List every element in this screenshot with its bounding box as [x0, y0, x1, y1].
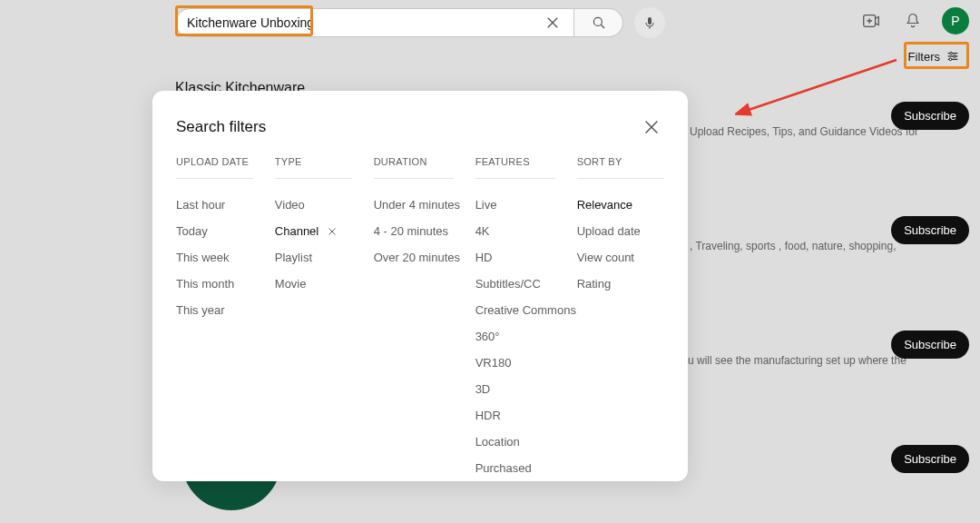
voice-search-button[interactable] — [634, 7, 665, 38]
filter-option-relevance[interactable]: Relevance — [577, 192, 664, 218]
subscribe-button[interactable]: Subscribe — [891, 331, 969, 359]
close-icon — [642, 117, 662, 137]
filter-option-last-hour[interactable]: Last hour — [176, 192, 253, 218]
filter-option-4-20[interactable]: 4 - 20 minutes — [374, 218, 454, 244]
top-right-actions: P — [858, 7, 969, 35]
filter-columns: UPLOAD DATE Last hour Today This week Th… — [176, 156, 664, 481]
filter-option-location[interactable]: Location — [475, 429, 555, 455]
bell-icon — [904, 12, 922, 30]
filter-option-upload-date[interactable]: Upload date — [577, 218, 664, 244]
search-box[interactable] — [175, 8, 574, 37]
dialog-header: Search filters — [176, 114, 664, 140]
svg-point-10 — [949, 58, 952, 61]
close-button[interactable] — [639, 114, 664, 140]
col-header: SORT BY — [577, 156, 664, 179]
filter-option-channel[interactable]: Channel — [275, 218, 352, 244]
search-input[interactable] — [187, 15, 542, 30]
col-header: TYPE — [275, 156, 352, 179]
filter-option-360[interactable]: 360° — [475, 323, 555, 350]
filter-option-today[interactable]: Today — [176, 218, 253, 244]
filters-button[interactable]: Filters — [899, 44, 969, 69]
result-snippet: , Traveling, sports , food, nature, shop… — [690, 240, 896, 252]
filter-option-movie[interactable]: Movie — [275, 271, 352, 297]
filter-option-over-20[interactable]: Over 20 minutes — [374, 244, 454, 271]
result-snippet: u will see the manufacturing set up wher… — [688, 354, 906, 367]
svg-point-8 — [950, 52, 953, 54]
filter-option-vr180[interactable]: VR180 — [475, 350, 555, 376]
col-header: DURATION — [374, 156, 454, 179]
filter-option-view-count[interactable]: View count — [577, 244, 664, 271]
filter-option-3d[interactable]: 3D — [475, 376, 555, 402]
filter-option-subtitles[interactable]: Subtitles/CC — [475, 271, 555, 297]
filter-option-live[interactable]: Live — [475, 192, 555, 218]
col-type: TYPE Video Channel Playlist Movie — [275, 156, 374, 481]
result-snippet: Upload Recipes, Tips, and Guidance Video… — [690, 125, 918, 138]
filters-label: Filters — [908, 50, 940, 64]
col-header: UPLOAD DATE — [176, 156, 253, 179]
filter-option-rating[interactable]: Rating — [577, 271, 664, 297]
filter-option-cc[interactable]: Creative Commons — [475, 297, 555, 323]
create-button[interactable] — [858, 8, 884, 34]
search-filters-dialog: Search filters UPLOAD DATE Last hour Tod… — [152, 91, 688, 481]
search-wrap — [175, 7, 665, 38]
subscribe-button[interactable]: Subscribe — [891, 445, 969, 473]
col-header: FEATURES — [475, 156, 555, 179]
create-icon — [861, 11, 881, 31]
filter-option-hd[interactable]: HD — [475, 244, 555, 271]
subscribe-button[interactable]: Subscribe — [891, 216, 969, 244]
microphone-icon — [642, 15, 657, 30]
svg-point-9 — [954, 55, 956, 58]
filter-option-purchased[interactable]: Purchased — [475, 455, 555, 481]
remove-filter-icon[interactable] — [326, 225, 338, 238]
filter-option-4k[interactable]: 4K — [475, 218, 555, 244]
svg-line-1 — [601, 25, 604, 28]
filter-option-playlist[interactable]: Playlist — [275, 244, 352, 271]
subscribe-button[interactable]: Subscribe — [891, 102, 969, 130]
filter-option-hdr[interactable]: HDR — [475, 402, 555, 429]
search-button[interactable] — [574, 8, 623, 37]
search-icon — [591, 15, 607, 31]
top-bar: P — [0, 0, 980, 44]
col-sort-by: SORT BY Relevance Upload date View count… — [577, 156, 664, 481]
filter-option-this-year[interactable]: This year — [176, 297, 253, 323]
col-upload-date: UPLOAD DATE Last hour Today This week Th… — [176, 156, 275, 481]
avatar[interactable]: P — [942, 7, 969, 35]
notifications-button[interactable] — [900, 8, 926, 34]
filter-option-video[interactable]: Video — [275, 192, 352, 218]
col-features: FEATURES Live 4K HD Subtitles/CC Creativ… — [475, 156, 577, 481]
filter-option-label: Channel — [275, 224, 318, 238]
col-duration: DURATION Under 4 minutes 4 - 20 minutes … — [374, 156, 475, 481]
filters-icon — [946, 49, 960, 64]
svg-rect-2 — [648, 17, 652, 25]
clear-search-icon[interactable] — [542, 12, 563, 34]
filter-option-under-4[interactable]: Under 4 minutes — [374, 192, 454, 218]
filter-option-this-week[interactable]: This week — [176, 244, 253, 271]
svg-point-0 — [593, 17, 602, 25]
dialog-title: Search filters — [176, 118, 266, 136]
filter-option-this-month[interactable]: This month — [176, 271, 253, 297]
